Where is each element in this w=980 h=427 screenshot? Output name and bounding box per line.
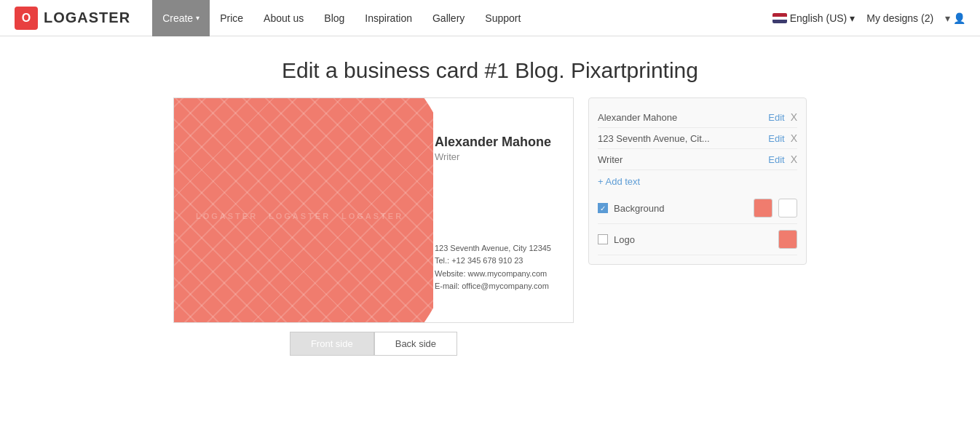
logo-label: Logo — [614, 234, 772, 245]
nav-item-create[interactable]: Create ▾ — [152, 0, 210, 36]
watermark-3: LOGASTER — [341, 212, 403, 220]
remove-btn-0[interactable]: X — [791, 111, 797, 123]
remove-btn-1[interactable]: X — [791, 132, 797, 144]
card-name-area: Alexander Mahone Writer — [435, 135, 551, 162]
background-color-swatch-white[interactable] — [778, 199, 797, 218]
nav-item-support[interactable]: Support — [475, 0, 531, 36]
right-panel: Alexander Mahone Edit X 123 Seventh Aven… — [588, 97, 807, 265]
card-email: E-mail: office@mycompany.com — [435, 280, 551, 293]
watermark-2: LOGASTER — [269, 212, 331, 220]
logo-color-swatch[interactable] — [778, 230, 797, 249]
language-label: English (US) — [790, 12, 847, 24]
add-text-link[interactable]: + Add text — [598, 170, 797, 193]
card-website: Website: www.mycompany.com — [435, 268, 551, 281]
background-checkbox[interactable]: ✓ — [598, 203, 608, 213]
text-label-1: 123 Seventh Avenue, Cit... — [598, 133, 768, 144]
text-row-2: Writer Edit X — [598, 149, 797, 170]
editor-area: LOGASTER LOGASTER LOGASTER Alexander Mah… — [0, 97, 980, 356]
remove-btn-2[interactable]: X — [791, 153, 797, 165]
nav-item-about[interactable]: About us — [253, 0, 314, 36]
page-title: Edit a business card #1 Blog. Pixartprin… — [0, 36, 980, 97]
card-tabs: Front side Back side — [290, 332, 457, 356]
edit-link-2[interactable]: Edit — [768, 154, 784, 165]
logo-option-row: Logo — [598, 224, 797, 255]
language-selector[interactable]: English (US) ▾ — [772, 12, 855, 24]
edit-link-1[interactable]: Edit — [768, 133, 784, 144]
logo-checkbox[interactable] — [598, 234, 608, 244]
nav-links: Create ▾ Price About us Blog Inspiration… — [152, 0, 772, 36]
my-designs-link[interactable]: My designs (2) — [866, 12, 933, 24]
front-side-tab[interactable]: Front side — [290, 332, 374, 356]
background-color-swatch-coral[interactable] — [754, 199, 772, 218]
flag-icon — [772, 13, 787, 23]
card-address: 123 Seventh Avenue, City 12345 — [435, 242, 551, 255]
background-label: Background — [614, 203, 748, 214]
text-actions-1: Edit X — [768, 132, 797, 144]
card-section: LOGASTER LOGASTER LOGASTER Alexander Mah… — [173, 97, 574, 356]
business-card: LOGASTER LOGASTER LOGASTER Alexander Mah… — [173, 97, 574, 323]
text-actions-0: Edit X — [768, 111, 797, 123]
text-label-0: Alexander Mahone — [598, 112, 768, 123]
chevron-down-icon: ▾ — [196, 14, 199, 22]
nav-item-inspiration[interactable]: Inspiration — [355, 0, 422, 36]
watermark-1: LOGASTER — [196, 212, 258, 220]
text-label-2: Writer — [598, 154, 768, 165]
card-job-title: Writer — [435, 151, 551, 162]
text-row-1: 123 Seventh Avenue, Cit... Edit X — [598, 128, 797, 149]
nav-right: English (US) ▾ My designs (2) ▾ 👤 — [772, 12, 965, 24]
logo-letter: O — [22, 12, 31, 25]
logo[interactable]: O LOGASTER — [15, 7, 130, 30]
text-actions-2: Edit X — [768, 153, 797, 165]
logo-text: LOGASTER — [44, 9, 130, 26]
card-tel: Tel.: +12 345 678 910 23 — [435, 255, 551, 268]
lang-chevron-icon: ▾ — [850, 12, 855, 24]
nav-item-price[interactable]: Price — [210, 0, 253, 36]
card-person-name: Alexander Mahone — [435, 135, 551, 150]
edit-link-0[interactable]: Edit — [768, 112, 784, 123]
main-content: Edit a business card #1 Blog. Pixartprin… — [0, 36, 980, 427]
nav-item-gallery[interactable]: Gallery — [422, 0, 475, 36]
text-row-0: Alexander Mahone Edit X — [598, 107, 797, 128]
navbar: O LOGASTER Create ▾ Price About us Blog … — [0, 0, 980, 36]
back-side-tab[interactable]: Back side — [374, 332, 457, 356]
card-pattern — [174, 98, 433, 322]
background-option-row: ✓ Background — [598, 193, 797, 224]
nav-item-blog[interactable]: Blog — [314, 0, 355, 36]
logo-icon: O — [15, 7, 38, 30]
card-contact-area: 123 Seventh Avenue, City 12345 Tel.: +12… — [435, 242, 551, 293]
user-icon[interactable]: ▾ 👤 — [945, 12, 965, 24]
